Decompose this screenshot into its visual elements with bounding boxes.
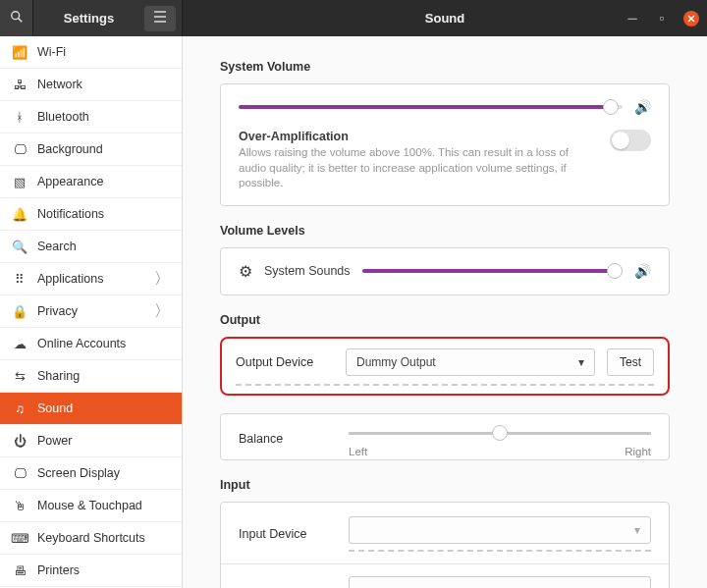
sidebar-item-keyboard-shortcuts[interactable]: ⌨Keyboard Shortcuts [0, 522, 182, 555]
sidebar-item-applications[interactable]: ⠿Applications〉 [0, 263, 182, 295]
keyboard-shortcuts-icon: ⌨ [12, 531, 27, 546]
output-device-select[interactable]: Dummy Output ▾ [346, 348, 595, 376]
section-title-output: Output [220, 313, 670, 327]
system-sounds-slider[interactable] [362, 262, 623, 280]
sidebar-item-label: Notifications [37, 207, 104, 221]
mouse-touchpad-icon: 🖱 [12, 499, 27, 513]
window-maximize-button[interactable]: ▫ [654, 11, 670, 27]
sidebar-item-label: Bluetooth [37, 110, 89, 124]
screen-display-icon: 🖵 [12, 466, 27, 481]
chevron-right-icon: 〉 [154, 269, 170, 290]
chevron-down-icon: ▾ [634, 583, 640, 588]
sidebar-item-label: Power [37, 434, 72, 448]
sidebar-item-network[interactable]: 🖧Network [0, 69, 182, 101]
sidebar-item-label: Online Accounts [37, 337, 126, 350]
balance-right-label: Right [625, 446, 651, 457]
wi-fi-icon: 📶 [12, 45, 27, 60]
separator-dashed [236, 384, 654, 386]
output-device-label: Output Device [236, 355, 334, 369]
balance-slider[interactable]: Left Right [349, 424, 651, 454]
section-title-volume-levels: Volume Levels [220, 224, 670, 238]
sidebar-item-label: Sharing [37, 369, 80, 383]
sidebar-item-label: Printers [37, 563, 80, 577]
window-close-button[interactable] [683, 11, 699, 27]
overamp-desc: Allows raising the volume above 100%. Th… [239, 145, 594, 191]
sidebar-item-label: Network [37, 78, 82, 91]
sidebar-item-privacy[interactable]: 🔒Privacy〉 [0, 295, 182, 328]
titlebar-left: Settings [0, 0, 183, 36]
overamp-title: Over-Amplification [239, 130, 594, 143]
privacy-icon: 🔒 [12, 304, 27, 319]
section-title-system-volume: System Volume [220, 60, 670, 74]
sidebar-item-label: Mouse & Touchpad [37, 499, 142, 512]
volume-levels-card: ⚙ System Sounds 🔊 [220, 247, 670, 295]
input-device-label: Input Device [239, 527, 337, 541]
search-icon [10, 10, 24, 27]
sidebar-item-wi-fi[interactable]: 📶Wi-Fi [0, 36, 182, 69]
gear-icon: ⚙ [239, 262, 252, 281]
sidebar-item-label: Keyboard Shortcuts [37, 531, 145, 545]
sidebar-item-sharing[interactable]: ⇆Sharing [0, 360, 182, 393]
sidebar-item-sound[interactable]: ♫Sound [0, 393, 182, 425]
window-minimize-button[interactable]: ─ [625, 11, 640, 27]
search-icon: 🔍 [12, 240, 27, 254]
notifications-icon: 🔔 [12, 207, 27, 222]
sidebar-item-bluetooth[interactable]: ᚼBluetooth [0, 101, 182, 134]
search-button[interactable] [0, 0, 33, 36]
sidebar-item-appearance[interactable]: ▧Appearance [0, 166, 182, 198]
input-card: Input Device ▾ Configuration [220, 502, 670, 588]
sidebar-item-power[interactable]: ⏻Power [0, 425, 182, 457]
svg-point-0 [11, 12, 19, 20]
sidebar-item-online-accounts[interactable]: ☁Online Accounts [0, 328, 182, 360]
sidebar-item-label: Applications [37, 272, 103, 286]
power-icon: ⏻ [12, 434, 27, 449]
network-icon: 🖧 [12, 78, 27, 92]
balance-left-label: Left [349, 446, 367, 457]
sidebar-item-label: Background [37, 142, 103, 156]
bluetooth-icon: ᚼ [12, 110, 27, 125]
online-accounts-icon: ☁ [12, 337, 27, 351]
content: System Volume 🔊 Over-Amplification Allow… [183, 36, 707, 588]
sidebar-item-label: Privacy [37, 304, 78, 318]
sidebar-item-search[interactable]: 🔍Search [0, 231, 182, 263]
output-device-card: Output Device Dummy Output ▾ Test [220, 337, 670, 396]
test-button[interactable]: Test [607, 348, 654, 376]
output-device-value: Dummy Output [356, 355, 436, 369]
hamburger-menu-button[interactable] [144, 6, 176, 31]
titlebar: Settings Sound ─ ▫ [0, 0, 707, 36]
chevron-right-icon: 〉 [154, 301, 170, 322]
chevron-down-icon: ▾ [578, 355, 584, 369]
titlebar-right: Sound ─ ▫ [183, 0, 707, 36]
overamp-switch[interactable] [610, 130, 651, 151]
system-volume-slider[interactable] [239, 98, 623, 116]
sidebar-item-label: Appearance [37, 175, 103, 188]
printers-icon: 🖶 [12, 563, 27, 578]
sidebar-item-notifications[interactable]: 🔔Notifications [0, 198, 182, 231]
configuration-select[interactable]: ▾ [349, 576, 651, 588]
sidebar-item-screen-display[interactable]: 🖵Screen Display [0, 457, 182, 490]
speaker-high-icon: 🔊 [634, 99, 651, 115]
chevron-down-icon: ▾ [634, 523, 640, 537]
sidebar-item-printers[interactable]: 🖶Printers [0, 555, 182, 587]
section-title-input: Input [220, 478, 670, 492]
sidebar-item-label: Sound [37, 401, 73, 415]
hamburger-icon [153, 11, 167, 26]
applications-icon: ⠿ [12, 272, 27, 287]
balance-card: Balance Left Right [220, 413, 670, 460]
input-device-select[interactable]: ▾ [349, 516, 651, 544]
maximize-icon: ▫ [660, 11, 665, 26]
volume-row-label: System Sounds [264, 264, 351, 278]
app-title: Settings [33, 11, 144, 26]
speaker-high-icon: 🔊 [634, 263, 651, 279]
appearance-icon: ▧ [12, 175, 27, 189]
svg-line-1 [18, 19, 22, 23]
close-icon [687, 11, 695, 26]
sidebar-item-label: Screen Display [37, 466, 120, 480]
sidebar-item-background[interactable]: 🖵Background [0, 134, 182, 166]
system-volume-card: 🔊 Over-Amplification Allows raising the … [220, 83, 670, 206]
sharing-icon: ⇆ [12, 369, 27, 384]
sidebar-item-mouse-touchpad[interactable]: 🖱Mouse & Touchpad [0, 490, 182, 522]
background-icon: 🖵 [12, 142, 27, 157]
balance-label: Balance [239, 432, 337, 446]
sidebar-item-label: Search [37, 240, 77, 253]
